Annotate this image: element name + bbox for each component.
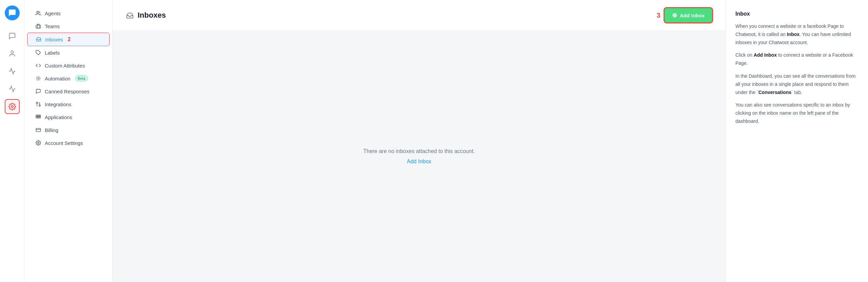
svg-point-5	[38, 78, 39, 79]
svg-rect-9	[36, 115, 37, 116]
add-inbox-button[interactable]: ⊕ Add Inbox	[665, 8, 712, 22]
empty-state-message: There are no inboxes attached to this ac…	[363, 148, 475, 154]
inboxes-icon	[36, 36, 42, 42]
rail-reports[interactable]	[5, 64, 20, 79]
account-settings-label: Account Settings	[45, 140, 83, 146]
empty-state: There are no inboxes attached to this ac…	[113, 31, 726, 282]
inboxes-label: Inboxes	[45, 37, 63, 42]
sidebar-item-canned-responses[interactable]: Canned Responses	[27, 85, 110, 98]
agents-icon	[35, 10, 41, 16]
header-actions: 3 ⊕ Add Inbox	[657, 8, 712, 22]
svg-point-7	[36, 102, 38, 104]
svg-rect-15	[36, 128, 40, 131]
labels-icon	[35, 50, 41, 56]
info-panel-title: Inbox	[735, 11, 859, 17]
applications-icon	[35, 114, 41, 120]
custom-attrs-icon	[35, 62, 41, 69]
page-content: Inboxes 3 ⊕ Add Inbox There are no inbox…	[113, 0, 726, 282]
info-paragraph-2: Click on Add Inbox to connect a website …	[735, 51, 859, 68]
sidebar-item-applications[interactable]: Applications	[27, 111, 110, 124]
teams-icon	[35, 23, 41, 29]
info-paragraph-4: You can also see conversations specific …	[735, 101, 859, 125]
svg-rect-3	[36, 25, 40, 28]
svg-rect-11	[38, 115, 39, 116]
page-inbox-icon	[126, 11, 134, 19]
rail-conversations[interactable]	[5, 29, 20, 43]
add-inbox-label: Add Inbox	[680, 13, 705, 18]
sidebar-item-teams[interactable]: Teams	[27, 20, 110, 33]
rail-campaigns[interactable]	[5, 81, 20, 96]
rail-settings[interactable]	[5, 99, 20, 114]
billing-icon	[35, 127, 41, 133]
agents-label: Agents	[45, 11, 61, 16]
sidebar-item-inboxes[interactable]: Inboxes 2	[27, 33, 110, 46]
teams-label: Teams	[45, 23, 60, 29]
canned-responses-label: Canned Responses	[45, 89, 90, 94]
rail-contacts[interactable]	[5, 46, 20, 61]
billing-label: Billing	[45, 127, 58, 133]
sidebar-item-account-settings[interactable]: Account Settings	[27, 136, 110, 149]
svg-point-17	[38, 142, 39, 144]
plus-icon: ⊕	[672, 12, 677, 19]
account-settings-icon	[35, 140, 41, 146]
canned-icon	[35, 88, 41, 94]
automation-icon	[35, 75, 41, 81]
applications-label: Applications	[45, 114, 72, 120]
svg-rect-13	[39, 117, 41, 118]
page-title-area: Inboxes	[126, 11, 166, 20]
integrations-label: Integrations	[45, 101, 71, 107]
annotation-3: 3	[657, 12, 660, 19]
info-paragraph-3: In the Dashboard, you can see all the co…	[735, 72, 859, 96]
svg-point-0	[11, 51, 13, 53]
content-area: Inboxes 3 ⊕ Add Inbox There are no inbox…	[113, 0, 868, 282]
sidebar-item-billing[interactable]: Billing	[27, 124, 110, 136]
sidebar-item-integrations[interactable]: Integrations	[27, 98, 110, 111]
empty-state-add-link[interactable]: Add Inbox	[407, 158, 431, 165]
svg-rect-12	[36, 117, 37, 118]
automation-label: Automation	[45, 76, 71, 81]
main-content: Inboxes 3 ⊕ Add Inbox There are no inbox…	[113, 0, 868, 282]
inboxes-annotation-2: 2	[68, 36, 71, 42]
sidebar-item-agents[interactable]: Agents	[27, 7, 110, 20]
sidebar-item-automation[interactable]: Automation Beta	[27, 72, 110, 85]
svg-point-6	[39, 105, 40, 106]
labels-label: Labels	[45, 50, 60, 56]
beta-badge: Beta	[75, 75, 88, 81]
svg-rect-10	[39, 115, 41, 116]
integrations-icon	[35, 101, 41, 107]
sidebar-item-labels[interactable]: Labels	[27, 46, 110, 59]
svg-point-1	[11, 106, 13, 108]
svg-rect-14	[38, 117, 39, 118]
page-header: Inboxes 3 ⊕ Add Inbox	[113, 0, 726, 31]
custom-attributes-label: Custom Attributes	[45, 63, 85, 69]
info-paragraph-1: When you connect a website or a facebook…	[735, 22, 859, 46]
app-logo[interactable]	[5, 5, 20, 20]
sidebar-item-custom-attributes[interactable]: Custom Attributes	[27, 59, 110, 72]
page-title: Inboxes	[138, 11, 166, 20]
icon-rail	[0, 0, 24, 282]
sidebar: Agents Teams Inboxes 2 Labels	[24, 0, 113, 282]
svg-point-2	[37, 11, 38, 13]
info-panel: Inbox When you connect a website or a fa…	[726, 0, 868, 282]
